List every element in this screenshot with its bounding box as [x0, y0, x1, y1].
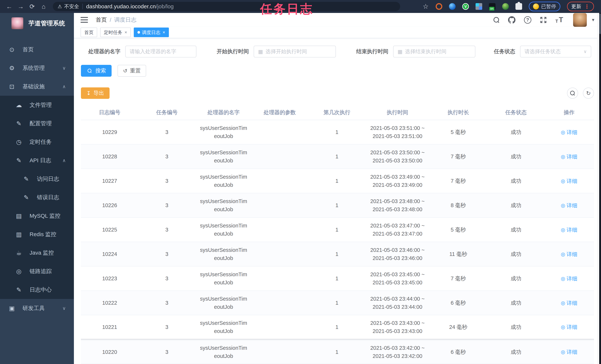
avatar-caret-icon[interactable]: ▾ — [592, 17, 594, 23]
browser-menu-icon[interactable]: ⋮ — [584, 3, 590, 10]
hamburger-icon[interactable] — [80, 17, 88, 23]
sidebar-item-文件管理[interactable]: ☁文件管理 — [0, 96, 74, 114]
tab-首页[interactable]: 首页 — [80, 28, 97, 37]
job-id-cell: 3 — [138, 315, 195, 339]
search-icon[interactable] — [493, 17, 500, 23]
detail-link[interactable]: ◎详细 — [561, 128, 578, 136]
tab-定时任务[interactable]: 定时任务× — [100, 28, 131, 37]
search-button[interactable]: 搜索 — [81, 65, 112, 77]
table-row: 102283sysUserSessionTimeoutJob12021-05-0… — [81, 144, 594, 169]
security-chip[interactable]: ⚠ 不安全 — [58, 3, 79, 10]
log-id-cell: 10223 — [81, 266, 138, 291]
redis-icon: ▥ — [15, 231, 23, 238]
extension-grid-icon[interactable] — [476, 3, 482, 10]
close-icon[interactable]: × — [163, 30, 165, 35]
sidebar-item-基础设施[interactable]: ⊡基础设施∧ — [0, 77, 74, 96]
upload-cloud-icon: ☁ — [15, 101, 23, 109]
window-scrollbar[interactable] — [599, 13, 601, 364]
execute-index-cell: 1 — [308, 242, 366, 266]
page-scrollbar-track[interactable] — [597, 13, 599, 364]
sidebar-item-label: 系统管理 — [22, 64, 45, 72]
error-log-icon: ✎ — [22, 194, 30, 201]
sidebar-item-日志中心[interactable]: ✎日志中心 — [0, 281, 74, 299]
detail-link[interactable]: ◎详细 — [561, 177, 578, 185]
chevron-down-icon: ∨ — [62, 306, 66, 311]
execute-time-cell: 2021-05-03 23:50:00 ~2021-05-03 23:50:00 — [366, 144, 429, 169]
detail-link[interactable]: ◎详细 — [561, 226, 578, 234]
detail-link[interactable]: ◎详细 — [561, 348, 578, 356]
sidebar-item-配置管理[interactable]: ✎配置管理 — [0, 114, 74, 133]
sidebar-item-mysql-监控[interactable]: ▤MySQL 监控 — [0, 207, 74, 225]
toggle-search-button[interactable] — [567, 88, 578, 99]
export-button[interactable]: ↧ 导出 — [81, 87, 110, 99]
font-size-icon[interactable]: TT — [555, 16, 563, 24]
status-cell: 成功 — [488, 193, 544, 217]
close-icon[interactable]: × — [125, 30, 127, 35]
action-cell: ◎详细 — [544, 266, 594, 291]
detail-link[interactable]: ◎详细 — [561, 250, 578, 258]
column-header-处理器的参数: 处理器的参数 — [252, 105, 308, 120]
java-icon: ☕ — [15, 249, 23, 256]
reset-button[interactable]: ↺ 重置 — [118, 65, 146, 77]
user-avatar[interactable] — [573, 13, 587, 27]
extensions-puzzle-icon[interactable] — [515, 3, 522, 10]
execute-index-cell: 1 — [308, 266, 366, 291]
app-logo[interactable]: 芋道管理系统 — [0, 13, 74, 34]
sidebar-item-链路追踪[interactable]: ◎链路追踪 — [0, 262, 74, 281]
browser-home-icon[interactable]: ⌂ — [39, 3, 48, 10]
detail-link[interactable]: ◎详细 — [561, 323, 578, 331]
browser-back-icon[interactable]: ← — [4, 3, 14, 10]
action-cell: ◎详细 — [544, 242, 594, 266]
extension-leaf-icon[interactable] — [502, 3, 509, 10]
tab-调度日志[interactable]: 调度日志× — [134, 28, 169, 37]
sidebar-item-redis-监控[interactable]: ▥Redis 监控 — [0, 225, 74, 243]
handler-name-input[interactable] — [125, 46, 196, 58]
fullscreen-icon[interactable] — [540, 16, 547, 23]
end-time-picker[interactable]: ▦ 选择结束执行时间 — [393, 46, 475, 58]
sidebar-item-label: API 日志 — [30, 157, 51, 164]
handler-name-cell: sysUserSessionTimeoutJob — [195, 291, 252, 315]
sidebar-item-错误日志[interactable]: ✎错误日志 — [0, 188, 74, 207]
scrollbar-thumb[interactable] — [599, 14, 601, 34]
paused-badge[interactable]: 已暂停 — [529, 2, 560, 11]
address-bar[interactable]: ⚠ 不安全 dashboard.yudao.iocoder.cn/job/log — [53, 2, 400, 11]
sidebar-item-首页[interactable]: ⊙首页 — [0, 40, 74, 59]
detail-link[interactable]: ◎详细 — [561, 274, 578, 283]
job-id-cell: 3 — [138, 193, 195, 217]
sidebar-item-定时任务[interactable]: ◷定时任务 — [0, 133, 74, 151]
duration-cell: 7 毫秒 — [429, 144, 488, 169]
action-cell: ◎详细 — [544, 193, 594, 217]
handler-param-cell — [252, 217, 308, 242]
breadcrumb-home[interactable]: 首页 — [96, 16, 107, 24]
table-row: 102253sysUserSessionTimeoutJob12021-05-0… — [81, 217, 594, 242]
browser-forward-icon[interactable]: → — [16, 3, 26, 10]
extension-on-icon[interactable]: on — [489, 3, 495, 10]
sidebar-item-label: 日志中心 — [30, 286, 52, 293]
detail-link[interactable]: ◎详细 — [561, 202, 578, 210]
refresh-button[interactable]: ↻ — [583, 88, 594, 99]
detail-link[interactable]: ◎详细 — [561, 299, 578, 307]
sidebar-item-研发工具[interactable]: ▣研发工具∨ — [0, 299, 74, 317]
begin-time-picker[interactable]: ▦ 选择开始执行时间 — [254, 46, 336, 58]
sidebar-item-系统管理[interactable]: ⚙系统管理∨ — [0, 59, 74, 77]
sidebar-menu: ⊙首页⚙系统管理∨⊡基础设施∧☁文件管理✎配置管理◷定时任务✎API 日志∧✎访… — [0, 40, 74, 317]
api-log-icon: ✎ — [15, 157, 23, 164]
extension-orange-icon[interactable] — [436, 3, 442, 10]
sidebar-item-java-监控[interactable]: ☕Java 监控 — [0, 243, 74, 262]
sidebar-item-访问日志[interactable]: ✎访问日志 — [0, 170, 74, 188]
help-icon[interactable]: ? — [524, 16, 531, 24]
github-icon[interactable] — [508, 16, 515, 24]
extension-blue-icon[interactable] — [449, 3, 456, 10]
extension-row: ☆ V on 已暂停 更新 ⋮ — [422, 2, 594, 11]
job-status-select[interactable]: 请选择任务状态 ∨ — [520, 46, 591, 58]
bookmark-star-icon[interactable]: ☆ — [422, 3, 429, 10]
table-row: 102243sysUserSessionTimeoutJob12021-05-0… — [81, 242, 594, 266]
chevron-up-icon: ∧ — [62, 84, 66, 89]
sidebar-item-api-日志[interactable]: ✎API 日志∧ — [0, 151, 74, 170]
calendar-icon: ▦ — [398, 49, 402, 55]
duration-cell: 6 毫秒 — [429, 291, 488, 315]
browser-reload-icon[interactable]: ⟳ — [27, 3, 37, 10]
extension-v-icon[interactable]: V — [462, 3, 469, 10]
detail-link[interactable]: ◎详细 — [561, 153, 578, 161]
update-button[interactable]: 更新 ⋮ — [567, 2, 594, 11]
